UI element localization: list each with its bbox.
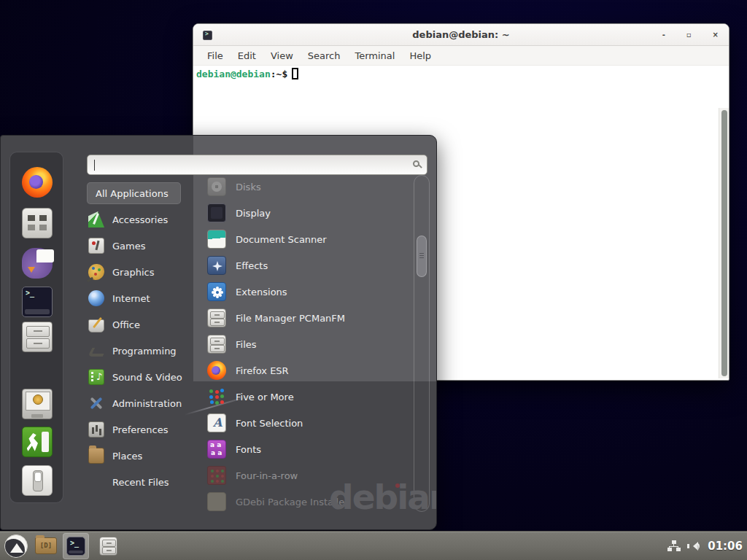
application-menu: All Applications Accessories Games Graph…: [0, 135, 437, 530]
network-icon[interactable]: [667, 540, 680, 552]
terminal-icon: [66, 537, 85, 556]
sound-video-icon: [88, 369, 104, 385]
volume-icon[interactable]: [686, 540, 701, 552]
app-four-in-a-row[interactable]: Four-in-a-row: [207, 462, 413, 489]
maximize-button[interactable]: ▫: [684, 30, 694, 40]
category-internet[interactable]: Internet: [88, 285, 205, 311]
terminal-menubar: File Edit View Search Terminal Help: [193, 46, 729, 66]
app-effects[interactable]: Effects: [207, 252, 413, 279]
search-input[interactable]: [88, 155, 427, 174]
disks-icon: [207, 177, 226, 196]
firefox-icon: [207, 361, 226, 380]
office-icon: [88, 319, 104, 332]
monitor-stand: [31, 414, 43, 418]
close-button[interactable]: ×: [710, 30, 721, 40]
app-firefox-esr[interactable]: Firefox ESR: [207, 357, 413, 384]
category-games[interactable]: Games: [88, 233, 205, 259]
extensions-icon: [207, 282, 226, 301]
four-in-a-row-icon: [207, 466, 226, 485]
package-manager-favorite-icon[interactable]: [22, 208, 53, 238]
file-cabinet-icon: [207, 335, 226, 354]
menu-search-box: [87, 155, 427, 175]
category-programming[interactable]: Programming: [88, 338, 205, 364]
terminal-cursor: [292, 68, 298, 79]
system-tray: 01:06: [667, 532, 743, 560]
search-icon: [413, 160, 419, 167]
all-applications-button[interactable]: All Applications: [87, 182, 181, 204]
category-accessories[interactable]: Accessories: [88, 206, 205, 233]
favorites-column: [9, 152, 63, 503]
category-office[interactable]: Office: [88, 311, 205, 338]
file-cabinet-favorite-icon[interactable]: [22, 322, 53, 352]
file-manager-folder-icon[interactable]: [35, 537, 57, 554]
terminal-scrollbar[interactable]: [719, 108, 729, 378]
terminal-task-button[interactable]: [63, 533, 89, 559]
category-administration[interactable]: Administration: [88, 390, 205, 416]
menu-scrollbar-thumb[interactable]: [417, 236, 427, 277]
firefox-favorite-icon[interactable]: [22, 167, 53, 198]
menu-terminal[interactable]: Terminal: [347, 48, 402, 63]
graphics-icon: [88, 264, 104, 280]
category-preferences[interactable]: Preferences: [88, 416, 205, 443]
text-caret: [94, 160, 95, 171]
lock-screen-icon[interactable]: [22, 389, 53, 419]
document-scanner-icon: [207, 230, 226, 249]
terminal-titlebar[interactable]: debian@debian: ~ - ▫ ×: [193, 24, 729, 46]
app-disks[interactable]: Disks: [207, 174, 413, 200]
accessories-icon: [88, 211, 104, 228]
app-extensions[interactable]: Extensions: [207, 279, 413, 305]
internet-icon: [88, 290, 104, 306]
app-five-or-more[interactable]: Five or More: [207, 384, 413, 410]
administration-icon: [88, 395, 104, 411]
menu-view[interactable]: View: [263, 48, 301, 63]
terminal-title: debian@debian: ~: [193, 29, 729, 40]
all-applications-label: All Applications: [96, 188, 169, 199]
programming-icon: [88, 343, 104, 359]
app-document-scanner[interactable]: Document Scanner: [207, 226, 413, 252]
effects-icon: [207, 256, 226, 275]
app-font-selection[interactable]: Font Selection: [207, 410, 413, 436]
minimize-button[interactable]: -: [659, 30, 668, 40]
menu-help[interactable]: Help: [402, 48, 438, 63]
app-gdebi-package-installer[interactable]: GDebi Package Installer: [207, 489, 413, 515]
taskbar: 01:06: [0, 531, 747, 560]
terminal-scrollbar-thumb[interactable]: [721, 110, 727, 376]
category-list: Accessories Games Graphics Internet Offi…: [88, 206, 205, 495]
shut-down-icon[interactable]: [22, 465, 53, 496]
category-recent-files[interactable]: Recent Files: [88, 469, 205, 495]
prompt-suffix: :~$: [271, 69, 287, 79]
log-out-icon[interactable]: [22, 427, 53, 457]
menu-file[interactable]: File: [200, 48, 231, 63]
category-places[interactable]: Places: [88, 443, 205, 469]
fonts-icon: [207, 440, 226, 459]
five-or-more-icon: [207, 387, 226, 406]
menu-scrollbar[interactable]: [414, 175, 430, 512]
application-list: Disks Display Document Scanner Effects E…: [207, 174, 413, 515]
app-files[interactable]: Files: [207, 331, 413, 357]
menu-search[interactable]: Search: [301, 48, 348, 63]
preferences-icon: [88, 421, 104, 438]
speaker-wave: [693, 542, 700, 550]
menu-button[interactable]: [4, 534, 28, 558]
file-cabinet-launcher[interactable]: [99, 537, 117, 556]
display-icon: [207, 203, 226, 222]
menu-edit[interactable]: Edit: [231, 48, 263, 63]
category-sound-video[interactable]: Sound & Video: [88, 364, 205, 390]
file-cabinet-icon: [207, 308, 226, 327]
app-fonts[interactable]: Fonts: [207, 436, 413, 462]
clock[interactable]: 01:06: [708, 540, 743, 553]
games-icon: [88, 238, 104, 254]
category-graphics[interactable]: Graphics: [88, 259, 205, 285]
font-selection-icon: [207, 413, 226, 432]
places-icon: [88, 448, 104, 464]
prompt-user: debian@debian: [196, 69, 271, 79]
app-file-manager-pcmanfm[interactable]: File Manager PCManFM: [207, 305, 413, 331]
app-display[interactable]: Display: [207, 200, 413, 226]
gdebi-icon: [207, 492, 226, 511]
pidgin-favorite-icon[interactable]: [22, 248, 53, 279]
terminal-favorite-icon[interactable]: [22, 287, 53, 317]
network-line: [669, 546, 678, 547]
speaker-body: [687, 544, 689, 548]
